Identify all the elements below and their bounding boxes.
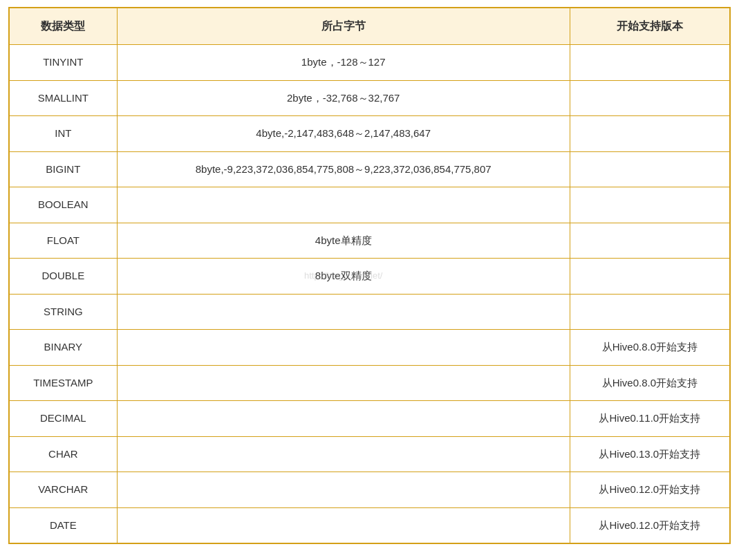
- cell-version: 从Hive0.11.0开始支持: [570, 401, 730, 437]
- cell-type: VARCHAR: [9, 472, 117, 508]
- cell-type: FLOAT: [9, 223, 117, 259]
- cell-bytes: [117, 365, 570, 401]
- table-row: CHAR从Hive0.13.0开始支持: [9, 436, 730, 472]
- table-row: BIGINT8byte,-9,223,372,036,854,775,808～9…: [9, 151, 730, 187]
- table-row: STRING: [9, 294, 730, 330]
- cell-bytes: 8byte,-9,223,372,036,854,775,808～9,223,3…: [117, 151, 570, 187]
- cell-type: BIGINT: [9, 151, 117, 187]
- cell-version: 从Hive0.8.0开始支持: [570, 365, 730, 401]
- watermark: http://blog.csdn.net/: [304, 270, 382, 283]
- cell-version: [570, 45, 730, 81]
- cell-type: DECIMAL: [9, 401, 117, 437]
- cell-bytes: 8byte双精度http://blog.csdn.net/: [117, 259, 570, 295]
- cell-type: DOUBLE: [9, 259, 117, 295]
- cell-type: INT: [9, 116, 117, 152]
- col-header-type: 数据类型: [9, 8, 117, 45]
- cell-bytes: [117, 507, 570, 543]
- cell-version: 从Hive0.13.0开始支持: [570, 436, 730, 472]
- table-row: INT4byte,-2,147,483,648～2,147,483,647: [9, 116, 730, 152]
- cell-version: [570, 80, 730, 116]
- cell-type: SMALLINT: [9, 80, 117, 116]
- cell-bytes: [117, 401, 570, 437]
- cell-version: 从Hive0.8.0开始支持: [570, 330, 730, 366]
- cell-bytes: [117, 187, 570, 223]
- cell-bytes: 2byte，-32,768～32,767: [117, 80, 570, 116]
- data-table: 数据类型 所占字节 开始支持版本 TINYINT1byte，-128～127SM…: [8, 7, 731, 544]
- col-header-bytes: 所占字节: [117, 8, 570, 45]
- cell-type: TINYINT: [9, 45, 117, 81]
- table-row: BOOLEAN: [9, 187, 730, 223]
- table-row: TINYINT1byte，-128～127: [9, 45, 730, 81]
- cell-type: BOOLEAN: [9, 187, 117, 223]
- table-row: VARCHAR从Hive0.12.0开始支持: [9, 472, 730, 508]
- cell-bytes: [117, 294, 570, 330]
- cell-type: CHAR: [9, 436, 117, 472]
- cell-type: STRING: [9, 294, 117, 330]
- cell-version: 从Hive0.12.0开始支持: [570, 507, 730, 543]
- cell-bytes: 1byte，-128～127: [117, 45, 570, 81]
- col-header-version: 开始支持版本: [570, 8, 730, 45]
- table-row: SMALLINT2byte，-32,768～32,767: [9, 80, 730, 116]
- table-row: BINARY从Hive0.8.0开始支持: [9, 330, 730, 366]
- table-row: TIMESTAMP从Hive0.8.0开始支持: [9, 365, 730, 401]
- cell-version: [570, 151, 730, 187]
- cell-version: [570, 259, 730, 295]
- table-row: DOUBLE8byte双精度http://blog.csdn.net/: [9, 259, 730, 295]
- table-row: DECIMAL从Hive0.11.0开始支持: [9, 401, 730, 437]
- cell-type: DATE: [9, 507, 117, 543]
- table-row: DATE从Hive0.12.0开始支持: [9, 507, 730, 543]
- cell-version: [570, 223, 730, 259]
- page-container: 数据类型 所占字节 开始支持版本 TINYINT1byte，-128～127SM…: [0, 0, 739, 560]
- cell-bytes: [117, 472, 570, 508]
- cell-version: [570, 187, 730, 223]
- cell-type: BINARY: [9, 330, 117, 366]
- cell-version: 从Hive0.12.0开始支持: [570, 472, 730, 508]
- cell-version: [570, 116, 730, 152]
- cell-bytes: 4byte单精度: [117, 223, 570, 259]
- table-header-row: 数据类型 所占字节 开始支持版本: [9, 8, 730, 45]
- cell-bytes: [117, 330, 570, 366]
- cell-bytes: [117, 436, 570, 472]
- table-row: FLOAT4byte单精度: [9, 223, 730, 259]
- cell-version: [570, 294, 730, 330]
- cell-type: TIMESTAMP: [9, 365, 117, 401]
- cell-bytes: 4byte,-2,147,483,648～2,147,483,647: [117, 116, 570, 152]
